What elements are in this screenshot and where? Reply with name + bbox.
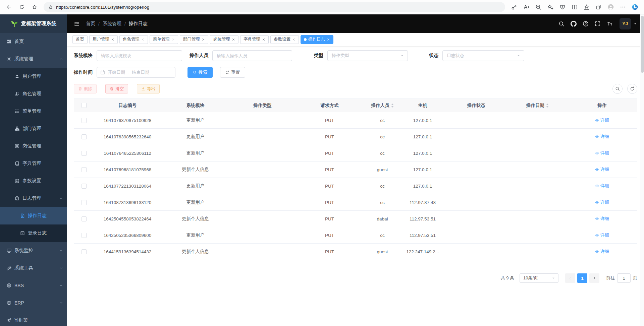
browser-scrollbar[interactable] xyxy=(640,14,644,326)
date-range-picker[interactable]: 开始日期 - 结束日期 xyxy=(97,67,175,78)
row-checkbox[interactable] xyxy=(82,200,87,205)
tab[interactable]: 部门管理 xyxy=(180,35,208,44)
bing-button[interactable] xyxy=(629,2,641,12)
table-row[interactable]: 1641087313696133120 更新用户 PUT cc 112.97.8… xyxy=(74,194,637,211)
fullscreen-button[interactable] xyxy=(592,18,603,29)
clear-button[interactable]: 清空 xyxy=(105,84,128,93)
tab-close-icon[interactable] xyxy=(141,38,145,41)
sidebar-item[interactable]: ERP xyxy=(0,294,67,312)
detail-link[interactable]: 详细 xyxy=(595,232,609,238)
row-checkbox[interactable] xyxy=(82,184,87,189)
column-header[interactable]: 操作类型 xyxy=(230,99,295,112)
row-checkbox[interactable] xyxy=(82,233,87,238)
sidebar-toggle-button[interactable] xyxy=(70,17,83,30)
column-header[interactable]: 操作 xyxy=(567,99,637,112)
tab[interactable]: 字典管理 xyxy=(240,35,269,44)
split-screen-button[interactable] xyxy=(569,2,580,12)
sidebar-item[interactable]: Yi框架 xyxy=(0,312,67,326)
tab[interactable]: 参数设置 xyxy=(270,35,299,44)
next-page-button[interactable] xyxy=(589,273,599,283)
tab-close-icon[interactable] xyxy=(171,38,175,41)
help-button[interactable] xyxy=(580,18,591,29)
tab[interactable]: 菜单管理 xyxy=(150,35,178,44)
detail-link[interactable]: 详细 xyxy=(595,134,609,140)
column-header[interactable]: 操作人员 xyxy=(364,99,401,112)
sidebar-item[interactable]: 系统管理 xyxy=(0,50,67,68)
sidebar-item[interactable]: 角色管理 xyxy=(0,85,67,103)
sidebar-item[interactable]: 日志管理 xyxy=(0,190,67,207)
tab-close-icon[interactable] xyxy=(327,38,330,41)
user-menu[interactable]: YJ xyxy=(620,18,637,29)
scrollbar-thumb[interactable] xyxy=(641,16,644,73)
tab-close-icon[interactable] xyxy=(202,38,205,41)
sidebar-item[interactable]: 菜单管理 xyxy=(0,103,67,120)
table-row[interactable]: 1641076398565232640 更新用户 PUT cc 127.0.0.… xyxy=(74,129,637,145)
sidebar-item[interactable]: BBS xyxy=(0,277,67,294)
tab[interactable]: 角色管理 xyxy=(119,35,148,44)
sidebar-item[interactable]: 登录日志 xyxy=(0,224,67,242)
table-row[interactable]: 1642505235366809600 更新用户 PUT cc 112.97.5… xyxy=(74,227,637,244)
prev-page-button[interactable] xyxy=(565,273,575,283)
table-row[interactable]: 1641076465225306112 更新用户 PUT cc 127.0.0.… xyxy=(74,145,637,161)
reset-button[interactable]: 重置 xyxy=(220,67,245,78)
table-row[interactable]: 1641076968181075968 更新个人信息 PUT guest 127… xyxy=(74,161,637,178)
key-button[interactable] xyxy=(508,2,520,12)
detail-link[interactable]: 详细 xyxy=(595,117,609,123)
tab[interactable]: 岗位管理 xyxy=(210,35,238,44)
column-header[interactable]: 操作日期 xyxy=(508,99,567,112)
table-row[interactable]: 1642504558053822464 更新个人信息 PUT dabai 112… xyxy=(74,211,637,227)
sidebar-item[interactable]: 操作日志 xyxy=(0,207,67,224)
delete-button[interactable]: 删除 xyxy=(74,84,97,93)
goto-page-input[interactable] xyxy=(617,273,631,283)
sort-caret-icon[interactable] xyxy=(546,104,549,108)
page-size-select[interactable]: 10条/页 xyxy=(520,273,558,283)
sort-caret-icon[interactable] xyxy=(391,104,394,108)
detail-link[interactable]: 详细 xyxy=(595,183,609,189)
tab-close-icon[interactable] xyxy=(292,38,296,41)
operator-input[interactable] xyxy=(212,50,292,61)
search-button[interactable] xyxy=(556,18,567,29)
detail-link[interactable]: 详细 xyxy=(595,216,609,222)
tab-close-icon[interactable] xyxy=(111,38,114,41)
sidebar-item[interactable]: 岗位管理 xyxy=(0,137,67,155)
tab-close-icon[interactable] xyxy=(232,38,235,41)
breadcrumb-item[interactable]: 系统管理 / xyxy=(103,21,129,27)
select-all-checkbox[interactable] xyxy=(82,103,87,108)
detail-link[interactable]: 详细 xyxy=(595,167,609,173)
font-size-button[interactable] xyxy=(604,18,615,29)
home-button[interactable] xyxy=(29,2,40,12)
row-checkbox[interactable] xyxy=(82,249,87,254)
row-checkbox[interactable] xyxy=(82,216,87,221)
breadcrumb-item[interactable]: 操作日志 / xyxy=(129,21,148,27)
row-checkbox[interactable] xyxy=(82,134,87,139)
refresh-button[interactable] xyxy=(627,84,637,94)
detail-link[interactable]: 详细 xyxy=(595,150,609,156)
sidebar-item[interactable]: 部门管理 xyxy=(0,120,67,137)
refresh-button[interactable] xyxy=(16,2,28,12)
sidebar-item[interactable]: 系统工具 xyxy=(0,259,67,277)
sidebar-item[interactable]: 字典管理 xyxy=(0,155,67,172)
module-input[interactable] xyxy=(97,50,182,61)
row-checkbox[interactable] xyxy=(82,151,87,156)
favorite-add-button[interactable] xyxy=(545,2,556,12)
search-button[interactable]: 搜索 xyxy=(187,67,213,78)
row-checkbox[interactable] xyxy=(82,167,87,172)
detail-link[interactable]: 详细 xyxy=(595,199,609,205)
column-header[interactable]: 请求方式 xyxy=(295,99,364,112)
status-select[interactable]: 日志状态 xyxy=(442,50,524,61)
column-header[interactable]: 主机 xyxy=(401,99,444,112)
sidebar-item[interactable]: 首页 xyxy=(0,33,67,50)
toggle-search-button[interactable] xyxy=(612,84,623,94)
github-button[interactable] xyxy=(568,18,579,29)
tab[interactable]: 操作日志 xyxy=(301,35,333,44)
tab-close-icon[interactable] xyxy=(262,38,265,41)
table-row[interactable]: 1641076370975100928 更新用户 PUT cc 127.0.0.… xyxy=(74,112,637,129)
column-header[interactable]: 日志编号 xyxy=(94,99,161,112)
browser-essentials-button[interactable] xyxy=(557,2,568,12)
profile-button[interactable] xyxy=(605,2,616,12)
more-button[interactable] xyxy=(617,2,629,12)
page-number-button[interactable]: 1 xyxy=(577,273,587,283)
tab[interactable]: 首页 xyxy=(72,35,88,44)
address-bar[interactable]: https://ccnetcore.com:1101/system/log/op… xyxy=(44,2,505,12)
breadcrumb-item[interactable]: 首页 / xyxy=(86,21,103,27)
